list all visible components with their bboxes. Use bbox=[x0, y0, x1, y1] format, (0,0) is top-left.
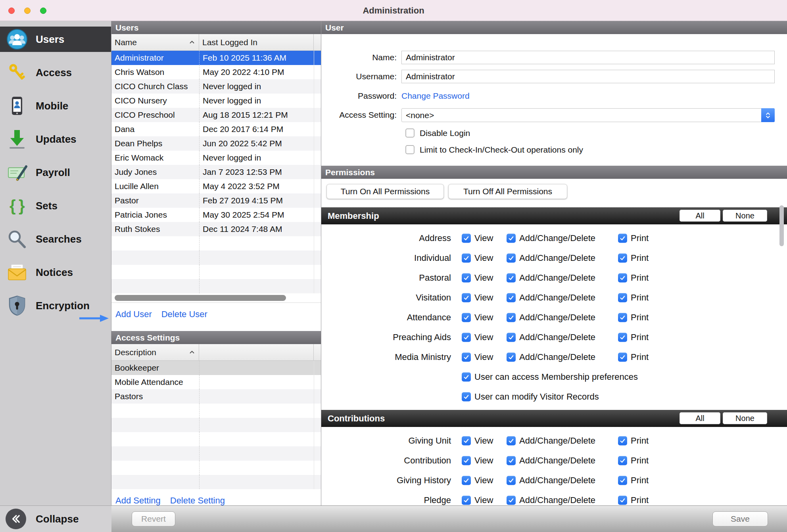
checkbox-pledge-view[interactable] bbox=[462, 496, 471, 505]
users-table-row[interactable]: CICO Church ClassNever logged in bbox=[111, 79, 321, 94]
checkbox-media-ministry-view[interactable] bbox=[462, 353, 471, 362]
checkbox-contribution-view[interactable] bbox=[462, 456, 471, 465]
checkbox-giving-unit-view[interactable] bbox=[462, 436, 471, 446]
users-table-row[interactable]: Patricia JonesMay 30 2025 2:54 PM bbox=[111, 208, 321, 222]
setting-blank-cell bbox=[199, 446, 314, 461]
sidebar-item-access[interactable]: Access bbox=[0, 60, 111, 85]
checkbox-user-can-modify-visitor-records[interactable] bbox=[462, 392, 471, 402]
access-setting-row[interactable]: Pastors bbox=[111, 389, 321, 404]
checkbox-attendance-view[interactable] bbox=[462, 313, 471, 322]
column-header-description[interactable]: Description bbox=[111, 344, 199, 360]
users-table-row[interactable]: Lucille AllenMay 4 2022 3:52 PM bbox=[111, 179, 321, 193]
save-button[interactable]: Save bbox=[712, 511, 768, 526]
checkbox-media-ministry-print[interactable] bbox=[618, 353, 627, 362]
sidebar-item-notices[interactable]: Notices bbox=[0, 260, 111, 285]
checkbox-visitation-print[interactable] bbox=[618, 293, 627, 302]
checkbox-individual-add-change-delete[interactable] bbox=[507, 254, 516, 263]
checkbox-label: Add/Change/Delete bbox=[519, 253, 595, 263]
name-input[interactable] bbox=[401, 51, 775, 64]
permission-row-giving-history: Giving HistoryViewAdd/Change/DeletePrint bbox=[321, 471, 787, 490]
add-user-link[interactable]: Add User bbox=[115, 309, 152, 320]
horizontal-scrollbar-thumb[interactable] bbox=[115, 295, 286, 301]
sidebar-item-updates[interactable]: Updates bbox=[0, 126, 111, 152]
change-password-link[interactable]: Change Password bbox=[401, 91, 470, 101]
users-table-row[interactable]: AdministratorFeb 10 2025 11:36 AM bbox=[111, 51, 321, 65]
checkbox-preaching-aids-print[interactable] bbox=[618, 333, 627, 342]
membership-none-button[interactable]: None bbox=[723, 210, 767, 222]
users-table-row[interactable]: PastorFeb 27 2019 4:15 PM bbox=[111, 193, 321, 208]
sidebar-item-users[interactable]: Users bbox=[0, 27, 111, 52]
checkbox-individual-view[interactable] bbox=[462, 254, 471, 263]
collapse-button[interactable]: Collapse bbox=[0, 505, 111, 532]
turn-on-all-permissions-button[interactable]: Turn On All Permissions bbox=[326, 184, 444, 199]
add-setting-link[interactable]: Add Setting bbox=[115, 496, 161, 505]
checkbox-preaching-aids-view[interactable] bbox=[462, 333, 471, 342]
users-table-row[interactable]: Dean PhelpsJun 20 2022 5:42 PM bbox=[111, 136, 321, 151]
access-settings-panel-header: Access Settings bbox=[111, 331, 321, 344]
sidebar-item-mobile[interactable]: Mobile bbox=[0, 93, 111, 119]
checkbox-giving-history-add-change-delete[interactable] bbox=[507, 476, 516, 485]
sidebar-item-searches[interactable]: Searches bbox=[0, 226, 111, 252]
access-setting-row[interactable]: Bookkeeper bbox=[111, 361, 321, 375]
disable-login-checkbox[interactable] bbox=[405, 128, 415, 138]
users-table-row[interactable]: Chris WatsonMay 20 2022 4:10 PM bbox=[111, 65, 321, 79]
checkbox-attendance-print[interactable] bbox=[618, 313, 627, 322]
horizontal-scrollbar[interactable] bbox=[111, 293, 321, 303]
checkbox-address-print[interactable] bbox=[618, 234, 627, 243]
revert-button[interactable]: Revert bbox=[132, 511, 175, 526]
checkbox-individual-print[interactable] bbox=[618, 254, 627, 263]
users-table-row[interactable]: Eric WomackNever logged in bbox=[111, 151, 321, 165]
vertical-scrollbar-thumb[interactable] bbox=[779, 205, 784, 246]
permission-label: Giving Unit bbox=[321, 436, 451, 446]
delete-setting-link[interactable]: Delete Setting bbox=[170, 496, 225, 505]
user-last-logged-in-cell: Aug 18 2015 12:21 PM bbox=[199, 108, 314, 122]
contributions-all-button[interactable]: All bbox=[680, 412, 720, 424]
collapse-chevrons-icon bbox=[6, 509, 26, 529]
checkbox-giving-history-view[interactable] bbox=[462, 476, 471, 485]
checkbox-label: Add/Change/Delete bbox=[519, 475, 595, 486]
sidebar-item-payroll[interactable]: Payroll bbox=[0, 160, 111, 185]
column-header-name[interactable]: Name bbox=[111, 34, 199, 50]
setting-blank-cell bbox=[199, 389, 314, 404]
checkbox-user-can-access-membership-preferences[interactable] bbox=[462, 373, 471, 382]
checkbox-label: Print bbox=[631, 436, 649, 446]
checkbox-visitation-add-change-delete[interactable] bbox=[507, 293, 516, 302]
limit-checkin-checkout-checkbox[interactable] bbox=[405, 145, 415, 154]
checkbox-media-ministry-add-change-delete[interactable] bbox=[507, 353, 516, 362]
checkbox-pastoral-view[interactable] bbox=[462, 274, 471, 283]
delete-user-link[interactable]: Delete User bbox=[161, 309, 207, 320]
user-name-cell: Eric Womack bbox=[111, 151, 199, 165]
checkbox-pledge-add-change-delete[interactable] bbox=[507, 496, 516, 505]
permission-row-pledge: PledgeViewAdd/Change/DeletePrint bbox=[321, 490, 787, 505]
row-filler-cell bbox=[314, 475, 321, 489]
username-input[interactable] bbox=[401, 70, 775, 83]
checkbox-contribution-print[interactable] bbox=[618, 456, 627, 465]
access-setting-row[interactable]: Mobile Attendance bbox=[111, 375, 321, 389]
column-header-name-label: Name bbox=[115, 38, 137, 47]
checkbox-pastoral-print[interactable] bbox=[618, 274, 627, 283]
checkbox-address-view[interactable] bbox=[462, 234, 471, 243]
access-setting-select[interactable]: <none> bbox=[401, 108, 775, 122]
checkbox-giving-history-print[interactable] bbox=[618, 476, 627, 485]
checkbox-contribution-add-change-delete[interactable] bbox=[507, 456, 516, 465]
users-table-row[interactable]: Judy JonesJan 7 2023 12:53 PM bbox=[111, 165, 321, 179]
checkbox-pledge-print[interactable] bbox=[618, 496, 627, 505]
users-table-row[interactable]: DanaDec 20 2017 6:14 PM bbox=[111, 122, 321, 136]
users-table-row[interactable]: Ruth StokesDec 11 2024 7:48 AM bbox=[111, 222, 321, 236]
turn-off-all-permissions-button[interactable]: Turn Off All Permissions bbox=[448, 184, 567, 199]
checkbox-visitation-view[interactable] bbox=[462, 293, 471, 302]
user-name-cell: CICO Preschool bbox=[111, 108, 199, 122]
users-table-row[interactable]: CICO NurseryNever logged in bbox=[111, 94, 321, 108]
checkbox-giving-unit-print[interactable] bbox=[618, 436, 627, 446]
checkbox-giving-unit-add-change-delete[interactable] bbox=[507, 436, 516, 446]
column-header-last-logged-in[interactable]: Last Logged In bbox=[199, 34, 314, 50]
checkbox-pastoral-add-change-delete[interactable] bbox=[507, 274, 516, 283]
membership-all-button[interactable]: All bbox=[680, 210, 720, 222]
sidebar-item-sets[interactable]: {}Sets bbox=[0, 193, 111, 218]
checkbox-preaching-aids-add-change-delete[interactable] bbox=[507, 333, 516, 342]
contributions-none-button[interactable]: None bbox=[723, 412, 767, 424]
users-table-row[interactable]: CICO PreschoolAug 18 2015 12:21 PM bbox=[111, 108, 321, 122]
checkbox-attendance-add-change-delete[interactable] bbox=[507, 313, 516, 322]
checkbox-address-add-change-delete[interactable] bbox=[507, 234, 516, 243]
permission-label: Pastoral bbox=[321, 273, 451, 283]
